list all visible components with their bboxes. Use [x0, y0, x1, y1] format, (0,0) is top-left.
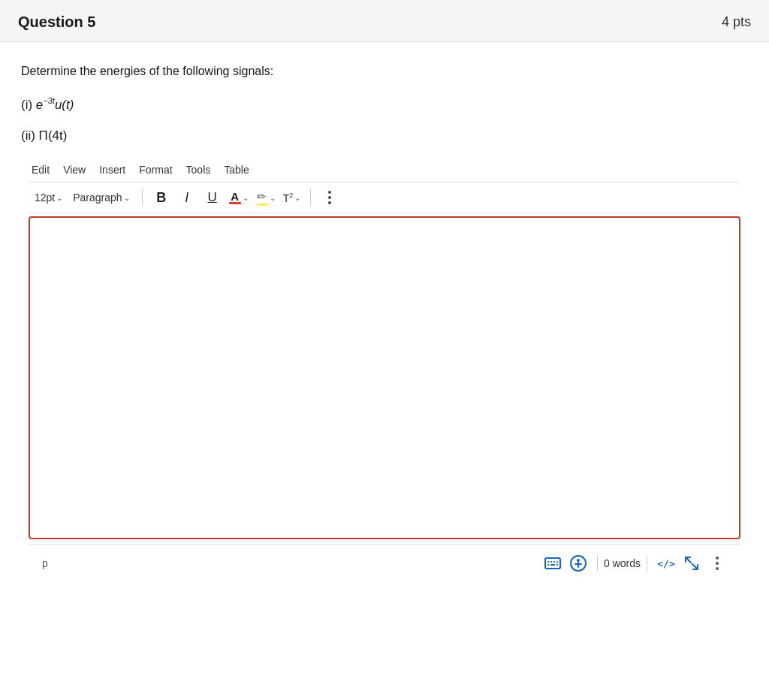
question-header: Question 5 4 pts	[0, 0, 769, 42]
menu-insert[interactable]: Insert	[99, 164, 125, 176]
svg-rect-2	[550, 561, 552, 563]
svg-rect-5	[547, 564, 549, 566]
superscript-button[interactable]: T2 ⌄	[281, 190, 303, 206]
font-color-icon: A	[229, 191, 241, 204]
accessibility-button[interactable]	[565, 552, 591, 575]
font-size-value: 12pt	[35, 192, 55, 204]
paragraph-style-value: Paragraph	[73, 192, 122, 204]
signal-label-1: (i)	[21, 98, 36, 112]
text-editor-area[interactable]	[29, 216, 740, 539]
font-color-button[interactable]: A ⌄	[227, 189, 251, 206]
superscript-chevron-icon: ⌄	[294, 194, 300, 202]
font-size-chevron-icon: ⌄	[56, 194, 62, 202]
svg-rect-4	[556, 561, 558, 563]
menu-edit[interactable]: Edit	[32, 164, 50, 176]
menu-table[interactable]: Table	[224, 164, 249, 176]
editor-tag-label: p	[42, 557, 48, 569]
accessibility-icon	[570, 555, 587, 572]
font-color-chevron-icon: ⌄	[243, 194, 249, 202]
svg-line-13	[692, 564, 698, 569]
content-area: Determine the energies of the following …	[0, 42, 769, 597]
more-options-button[interactable]	[318, 187, 341, 208]
toolbar-separator-2	[310, 189, 311, 207]
toolbar: 12pt ⌄ Paragraph ⌄ B I	[29, 182, 740, 213]
menu-format[interactable]: Format	[139, 164, 172, 176]
svg-rect-0	[545, 558, 560, 569]
word-count-label: 0 words	[604, 557, 641, 569]
svg-point-9	[577, 559, 580, 562]
highlight-icon: ✏	[256, 190, 268, 206]
menu-tools[interactable]: Tools	[186, 164, 211, 176]
status-right-group: 0 words </>	[540, 552, 730, 575]
highlight-button[interactable]: ✏ ⌄	[254, 189, 278, 207]
signal-item-2: (ii) Π(4t)	[21, 125, 748, 146]
more-options-vertical-icon	[714, 555, 720, 572]
paragraph-chevron-icon: ⌄	[124, 194, 130, 202]
question-points: 4 pts	[722, 14, 751, 30]
page-container: Question 5 4 pts Determine the energies …	[0, 0, 769, 700]
font-size-selector[interactable]: 12pt ⌄	[32, 190, 65, 205]
more-options-icon	[328, 191, 331, 204]
svg-rect-3	[553, 561, 555, 563]
keyboard-shortcut-button[interactable]	[540, 552, 565, 575]
signal-item-1: (i) e−3tu(t)	[21, 95, 748, 115]
status-divider-2	[647, 555, 647, 572]
italic-button[interactable]: I	[176, 187, 198, 208]
paragraph-style-selector[interactable]: Paragraph ⌄	[68, 190, 134, 205]
signal-label-2: (ii)	[21, 128, 39, 143]
menu-view[interactable]: View	[63, 164, 86, 176]
status-divider-1	[597, 555, 598, 572]
svg-line-12	[686, 557, 691, 563]
question-intro: Determine the energies of the following …	[21, 65, 748, 78]
superscript-label: T2	[283, 192, 294, 204]
expand-button[interactable]	[679, 552, 704, 575]
underline-button[interactable]: U	[201, 187, 224, 208]
status-more-button[interactable]	[704, 552, 730, 575]
signal-expr-1: e−3tu(t)	[36, 98, 74, 112]
bold-button[interactable]: B	[150, 187, 173, 208]
source-code-icon: </>	[657, 558, 674, 569]
signal-expr-2: Π(4t)	[39, 128, 68, 143]
keyboard-icon	[544, 557, 561, 569]
svg-rect-7	[556, 564, 558, 566]
expand-icon	[685, 557, 698, 570]
status-bar: p	[29, 544, 740, 582]
svg-rect-6	[550, 564, 555, 566]
source-code-button[interactable]: </>	[653, 552, 679, 575]
editor-wrapper: Edit View Insert Format Tools Table 12pt…	[29, 159, 740, 582]
svg-rect-1	[547, 561, 549, 563]
question-title: Question 5	[18, 14, 95, 31]
highlight-chevron-icon: ⌄	[270, 194, 276, 202]
toolbar-separator-1	[142, 189, 143, 207]
menu-bar: Edit View Insert Format Tools Table	[29, 159, 740, 182]
